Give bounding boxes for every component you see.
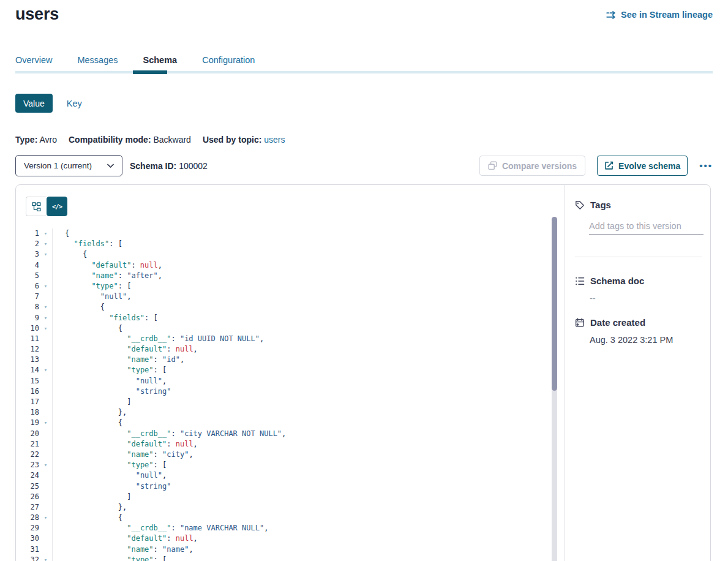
fold-spacer bbox=[39, 344, 53, 355]
line-number: 8 bbox=[16, 302, 39, 312]
compatibility-label: Compatibility mode: bbox=[69, 135, 151, 145]
line-number: 30 bbox=[16, 533, 39, 544]
fold-arrow-icon[interactable]: ▾ bbox=[39, 513, 53, 523]
fold-spacer bbox=[39, 450, 53, 460]
schema-doc-heading-label: Schema doc bbox=[590, 276, 644, 286]
stream-lineage-link[interactable]: See in Stream lineage bbox=[606, 10, 713, 20]
used-by-topic-pair: Used by topic: users bbox=[203, 135, 285, 145]
fold-spacer bbox=[39, 271, 53, 281]
fold-arrow-icon[interactable]: ▾ bbox=[39, 249, 53, 260]
schema-doc-section: Schema doc -- bbox=[575, 276, 702, 303]
code-text: "type": [ bbox=[53, 281, 131, 292]
fold-arrow-icon[interactable]: ▾ bbox=[39, 365, 53, 375]
schema-id: Schema ID: 100002 bbox=[130, 161, 208, 171]
code-text: }, bbox=[53, 502, 127, 513]
date-created-value: Aug. 3 2022 3:21 PM bbox=[590, 335, 702, 345]
code-line: 31"name": "name", bbox=[16, 544, 550, 555]
fold-arrow-icon[interactable]: ▾ bbox=[39, 239, 53, 249]
fold-arrow-icon[interactable]: ▾ bbox=[39, 228, 53, 239]
version-toolbar: Version 1 (current) Schema ID: 100002 Co… bbox=[15, 155, 713, 176]
tab-schema[interactable]: Schema bbox=[143, 55, 178, 65]
line-number: 23 bbox=[16, 460, 39, 470]
line-number: 14 bbox=[16, 365, 39, 375]
compatibility-value: Backward bbox=[153, 135, 190, 145]
code-text: "__crdb__": "name VARCHAR NULL", bbox=[53, 523, 268, 533]
code-line: 12"default": null, bbox=[16, 344, 550, 355]
chevron-down-icon bbox=[107, 164, 114, 168]
tree-view-button[interactable] bbox=[26, 197, 47, 216]
editor-scrollbar-thumb[interactable] bbox=[552, 217, 557, 391]
fold-arrow-icon[interactable]: ▾ bbox=[39, 460, 53, 470]
add-tags-input[interactable] bbox=[589, 220, 704, 235]
value-key-toggle: Value Key bbox=[15, 94, 82, 113]
fold-arrow-icon[interactable]: ▾ bbox=[39, 555, 53, 561]
fold-arrow-icon[interactable]: ▾ bbox=[39, 281, 53, 292]
version-select[interactable]: Version 1 (current) bbox=[15, 155, 122, 176]
code-line: 11"__crdb__": "id UUID NOT NULL", bbox=[16, 334, 550, 344]
schema-panel: </> 1▾{2▾"fields": [3▾{4"default": null,… bbox=[15, 184, 711, 561]
line-number: 21 bbox=[16, 439, 39, 450]
code-view-button[interactable]: </> bbox=[47, 197, 67, 216]
fold-arrow-icon[interactable]: ▾ bbox=[39, 313, 53, 323]
tags-heading-label: Tags bbox=[590, 200, 611, 210]
code-line: 5"name": "after", bbox=[16, 271, 550, 281]
line-number: 32 bbox=[16, 555, 39, 561]
schema-doc-heading: Schema doc bbox=[575, 276, 702, 286]
code-line: 7"null", bbox=[16, 292, 550, 302]
line-number: 29 bbox=[16, 523, 39, 533]
tab-configuration[interactable]: Configuration bbox=[202, 55, 255, 65]
code-text: ] bbox=[53, 397, 131, 407]
evolve-schema-label: Evolve schema bbox=[618, 161, 680, 171]
code-line: 32▾"type": [ bbox=[16, 555, 550, 561]
code-text: "null", bbox=[53, 470, 167, 481]
tag-icon bbox=[575, 200, 585, 210]
code-text: "default": null, bbox=[53, 439, 198, 450]
tab-overview[interactable]: Overview bbox=[15, 55, 52, 65]
code-text: "name": "name", bbox=[53, 544, 193, 555]
fold-spacer bbox=[39, 355, 53, 365]
code-text: "name": "city", bbox=[53, 450, 193, 460]
date-created-heading: Date created bbox=[575, 317, 702, 328]
tags-section: Tags bbox=[575, 200, 702, 235]
fold-spacer bbox=[39, 260, 53, 271]
line-number: 11 bbox=[16, 334, 39, 344]
code-text: "default": null, bbox=[53, 344, 198, 355]
line-number: 4 bbox=[16, 260, 39, 271]
tab-underline-track bbox=[15, 71, 713, 73]
code-line: 21"default": null, bbox=[16, 439, 550, 450]
value-toggle-button[interactable]: Value bbox=[15, 94, 53, 113]
code-line: 28▾{ bbox=[16, 513, 550, 523]
fold-spacer bbox=[39, 481, 53, 492]
topic-link[interactable]: users bbox=[264, 135, 285, 145]
code-line: 16"string" bbox=[16, 386, 550, 397]
code-text: { bbox=[53, 249, 87, 260]
fold-spacer bbox=[39, 376, 53, 386]
code-line: 23▾"type": [ bbox=[16, 460, 550, 470]
code-text: "__crdb__": "city VARCHAR NOT NULL", bbox=[53, 429, 286, 439]
code-text: "default": null, bbox=[53, 533, 198, 544]
line-number: 2 bbox=[16, 239, 39, 249]
code-text: ] bbox=[53, 492, 131, 502]
line-number: 7 bbox=[16, 292, 39, 302]
line-number: 28 bbox=[16, 513, 39, 523]
more-options-button[interactable]: ••• bbox=[699, 161, 713, 170]
line-number: 13 bbox=[16, 355, 39, 365]
code-text: }, bbox=[53, 407, 127, 418]
code-line: 8▾{ bbox=[16, 302, 550, 312]
compare-versions-button[interactable]: Compare versions bbox=[479, 156, 585, 176]
evolve-schema-button[interactable]: Evolve schema bbox=[597, 156, 688, 176]
tab-messages[interactable]: Messages bbox=[77, 55, 118, 65]
line-number: 19 bbox=[16, 418, 39, 428]
line-number: 12 bbox=[16, 344, 39, 355]
line-number: 5 bbox=[16, 271, 39, 281]
fold-arrow-icon[interactable]: ▾ bbox=[39, 323, 53, 334]
code-text: "type": [ bbox=[53, 555, 167, 561]
tags-heading: Tags bbox=[575, 200, 702, 210]
code-line: 19▾{ bbox=[16, 418, 550, 428]
line-number: 18 bbox=[16, 407, 39, 418]
fold-arrow-icon[interactable]: ▾ bbox=[39, 302, 53, 312]
fold-arrow-icon[interactable]: ▾ bbox=[39, 418, 53, 428]
key-toggle-link[interactable]: Key bbox=[67, 99, 82, 108]
code-line: 17] bbox=[16, 397, 550, 407]
line-number: 26 bbox=[16, 492, 39, 502]
